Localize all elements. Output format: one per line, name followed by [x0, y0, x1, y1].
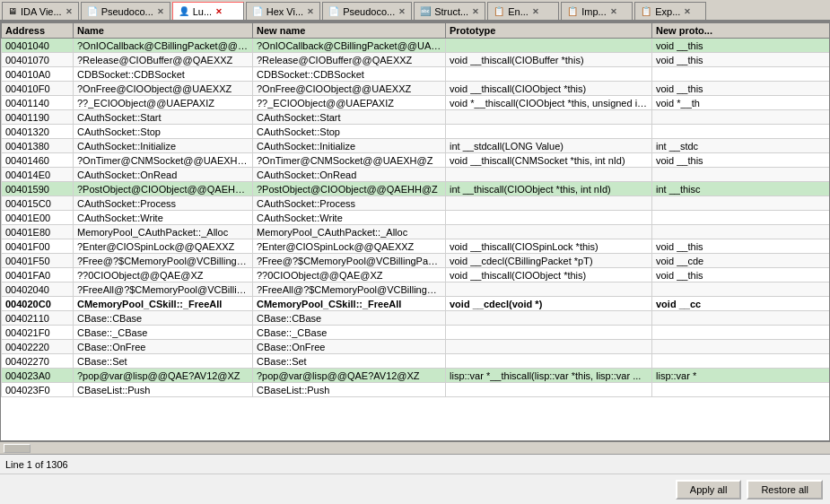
cell-address: 004015C0: [2, 196, 74, 211]
cell-prototype: int __thiscall(CIOObject *this, int nId): [446, 182, 652, 196]
cell-newproto: [652, 383, 830, 397]
table-row[interactable]: 00402110CBase::CBaseCBase::CBase: [2, 311, 830, 326]
table-container: Address Name New name Prototype New prot…: [0, 22, 830, 441]
apply-all-button[interactable]: Apply all: [676, 480, 742, 500]
tab-pseudocode2[interactable]: 📄 Pseudoco... ✕: [322, 2, 412, 20]
tab-struct-close[interactable]: ✕: [472, 7, 479, 16]
table-row[interactable]: 00401E80MemoryPool_CAuthPacket::_AllocMe…: [2, 225, 830, 239]
cell-address: 00401040: [2, 39, 74, 53]
table-row[interactable]: 00401F00?Enter@CIOSpinLock@@QAEXXZ?Enter…: [2, 239, 830, 254]
table-row[interactable]: 00402270CBase::SetCBase::Set: [2, 354, 830, 369]
restore-all-button[interactable]: Restore all: [747, 480, 823, 500]
cell-address: 004014E0: [2, 168, 74, 182]
cell-name: CAuthSocket::Start: [74, 110, 253, 125]
status-bar: Line 1 of 1306: [0, 454, 830, 474]
table-row[interactable]: 004020C0CMemoryPool_CSkill::_FreeAllCMem…: [2, 297, 830, 311]
tab-pseudocode1[interactable]: 📄 Pseudoco... ✕: [81, 2, 170, 20]
tab-ida-view-close[interactable]: ✕: [66, 7, 73, 16]
cell-newproto: void __cde: [652, 254, 830, 268]
cell-prototype: [446, 67, 652, 82]
tab-hex-view[interactable]: 📄 Hex Vi... ✕: [246, 2, 320, 20]
table-row[interactable]: 004023F0CBaseList::PushCBaseList::Push: [2, 383, 830, 397]
table-row[interactable]: 00401590?PostObject@CIOObject@@QAEHH@Z?P…: [2, 182, 830, 196]
cell-prototype: [446, 125, 652, 139]
cell-address: 00401E80: [2, 225, 74, 239]
table-row[interactable]: 004010F0?OnFree@CIOObject@@UAEXXZ?OnFree…: [2, 82, 830, 96]
tab-en[interactable]: 📋 En... ✕: [487, 2, 559, 20]
table-row[interactable]: 00401FA0??0CIOObject@@QAE@XZ??0CIOObject…: [2, 268, 830, 282]
struct-icon: 🔤: [420, 6, 431, 16]
tab-pseudocode2-label: Pseudoco...: [343, 6, 395, 17]
col-header-prototype[interactable]: Prototype: [446, 23, 652, 39]
tab-hex-view-close[interactable]: ✕: [307, 7, 314, 16]
cell-name: ?OnIOCallback@CBillingPacket@@UAEXHKP...: [74, 39, 253, 53]
cell-newname: CAuthSocket::Process: [253, 196, 446, 211]
tab-ida-view[interactable]: 🖥 IDA Vie... ✕: [2, 2, 79, 20]
cell-prototype: int __stdcall(LONG Value): [446, 139, 652, 153]
cell-prototype: void *__thiscall(CIOObject *this, unsign…: [446, 96, 652, 110]
cell-prototype: [446, 340, 652, 354]
col-header-newname[interactable]: New name: [253, 23, 446, 39]
cell-address: 00401190: [2, 110, 74, 125]
table-row[interactable]: 00401F50?Free@?$CMemoryPool@VCBillingPac…: [2, 254, 830, 268]
cell-address: 004020C0: [2, 297, 74, 311]
cell-newproto: void __this: [652, 39, 830, 53]
cell-address: 00401F50: [2, 254, 74, 268]
table-row[interactable]: 00401380CAuthSocket::InitializeCAuthSock…: [2, 139, 830, 153]
table-row[interactable]: 004023A0?pop@var@lisp@@QAE?AV12@XZ?pop@v…: [2, 369, 830, 383]
table-body: 00401040?OnIOCallback@CBillingPacket@@UA…: [2, 39, 830, 397]
cell-newname: CBaseList::Push: [253, 383, 446, 397]
table-row[interactable]: 00401460?OnTimer@CNMSocket@@UAEXH@Z?OnTi…: [2, 153, 830, 168]
cell-name: CBase::Set: [74, 354, 253, 369]
cell-newname: ?OnIOCallback@CBillingPacket@@UAEXHKP...: [253, 39, 446, 53]
cell-prototype: [446, 326, 652, 340]
tab-imp-close[interactable]: ✕: [610, 7, 617, 16]
cell-newname: ?OnFree@CIOObject@@UAEXXZ: [253, 82, 446, 96]
cell-newproto: void *__th: [652, 96, 830, 110]
table-row[interactable]: 00401040?OnIOCallback@CBillingPacket@@UA…: [2, 39, 830, 53]
cell-name: CDBSocket::CDBSocket: [74, 67, 253, 82]
table-row[interactable]: 00402040?FreeAll@?$CMemoryPool@VCBilling…: [2, 282, 830, 297]
table-row[interactable]: 004021F0CBase::_CBaseCBase::_CBase: [2, 326, 830, 340]
table-row[interactable]: 004015C0CAuthSocket::ProcessCAuthSocket:…: [2, 196, 830, 211]
tab-pseudocode1-close[interactable]: ✕: [157, 7, 164, 16]
tab-pseudocode2-close[interactable]: ✕: [398, 7, 406, 16]
data-table: Address Name New name Prototype New prot…: [1, 22, 829, 397]
tab-lu[interactable]: 👤 Lu... ✕: [172, 2, 244, 20]
table-header-row: Address Name New name Prototype New prot…: [2, 23, 830, 39]
cell-newname: CAuthSocket::OnRead: [253, 168, 446, 182]
tab-lu-close[interactable]: ✕: [215, 7, 223, 16]
tab-hex-view-label: Hex Vi...: [266, 6, 303, 17]
cell-prototype: void __thiscall(CIOBuffer *this): [446, 53, 652, 67]
table-row[interactable]: 00402220CBase::OnFreeCBase::OnFree: [2, 340, 830, 354]
tab-exp-close[interactable]: ✕: [684, 7, 691, 16]
cell-name: CBase::CBase: [74, 311, 253, 326]
tab-struct[interactable]: 🔤 Struct... ✕: [414, 2, 485, 20]
table-row[interactable]: 00401070?Release@CIOBuffer@@QAEXXZ?Relea…: [2, 53, 830, 67]
col-header-address[interactable]: Address: [2, 23, 74, 39]
cell-name: CBase::OnFree: [74, 340, 253, 354]
table-wrapper[interactable]: Address Name New name Prototype New prot…: [1, 22, 829, 440]
table-row[interactable]: 00401E00CAuthSocket::WriteCAuthSocket::W…: [2, 211, 830, 225]
table-row[interactable]: 00401320CAuthSocket::StopCAuthSocket::St…: [2, 125, 830, 139]
table-row[interactable]: 004010A0CDBSocket::CDBSocketCDBSocket::C…: [2, 67, 830, 82]
tab-exp[interactable]: 📋 Exp... ✕: [634, 2, 706, 20]
cell-prototype: [446, 196, 652, 211]
col-header-name[interactable]: Name: [74, 23, 253, 39]
cell-address: 00401E00: [2, 211, 74, 225]
table-row[interactable]: 00401190CAuthSocket::StartCAuthSocket::S…: [2, 110, 830, 125]
line-info: Line 1 of 1306: [5, 459, 68, 470]
col-header-newproto[interactable]: New proto...: [652, 23, 830, 39]
table-row[interactable]: 00401140??_ECIOObject@@UAEPAXIZ??_ECIOOb…: [2, 96, 830, 110]
horizontal-scrollbar[interactable]: [0, 441, 830, 454]
cell-newname: ?PostObject@CIOObject@@QAEHH@Z: [253, 182, 446, 196]
pseudocode2-icon: 📄: [328, 6, 339, 16]
table-row[interactable]: 004014E0CAuthSocket::OnReadCAuthSocket::…: [2, 168, 830, 182]
cell-prototype: [446, 110, 652, 125]
cell-prototype: [446, 383, 652, 397]
cell-newname: ?pop@var@lisp@@QAE?AV12@XZ: [253, 369, 446, 383]
cell-newproto: [652, 196, 830, 211]
tab-en-close[interactable]: ✕: [532, 7, 539, 16]
tab-imp[interactable]: 📋 Imp... ✕: [561, 2, 633, 20]
cell-prototype: [446, 354, 652, 369]
